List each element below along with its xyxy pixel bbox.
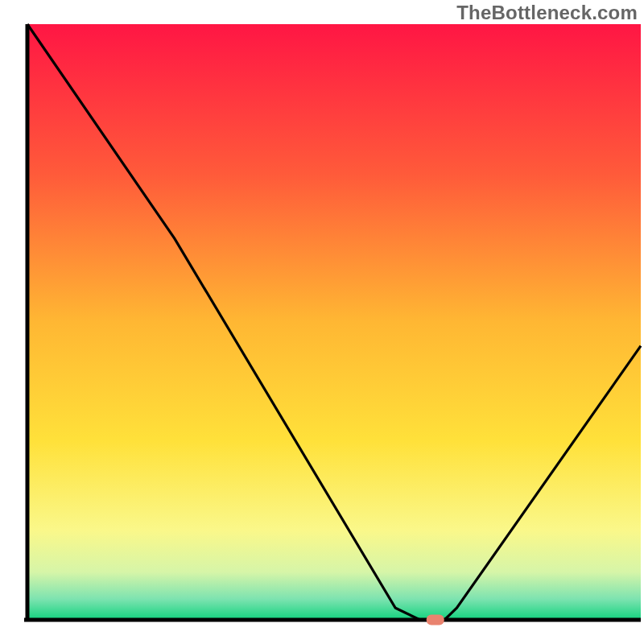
optimum-marker <box>427 615 444 625</box>
watermark-text: TheBottleneck.com <box>456 2 638 24</box>
bottleneck-chart: TheBottleneck.com <box>0 0 644 644</box>
plot-background <box>27 24 641 620</box>
chart-canvas <box>0 0 644 644</box>
